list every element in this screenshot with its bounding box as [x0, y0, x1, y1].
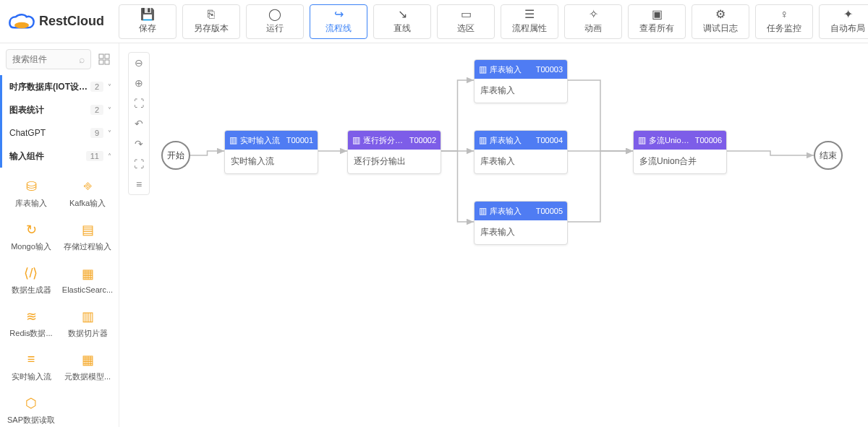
node-body: 实时输入流 — [225, 150, 318, 173]
search-input-wrap[interactable]: ⌕ — [6, 49, 91, 69]
grid-view-icon[interactable] — [95, 51, 113, 68]
toolbar-icon: ✦ — [843, 9, 853, 20]
node-header: ▥多流Union...T00006 — [634, 131, 726, 150]
toolbar-调试日志[interactable]: ⚙调试日志 — [692, 4, 749, 39]
canvas-tool-2[interactable]: ⛶ — [129, 93, 149, 113]
node-title: 多流Union... — [649, 135, 692, 146]
node-T00001[interactable]: ▥实时输入流T00001实时输入流 — [224, 130, 318, 174]
node-id: T00005 — [536, 207, 563, 215]
toolbar-保存[interactable]: 💾保存 — [119, 4, 176, 39]
toolbar-选区[interactable]: ▭选区 — [437, 4, 495, 39]
node-body: 库表输入 — [475, 220, 567, 244]
category-图表统计[interactable]: 图表统计2˅ — [0, 98, 119, 121]
toolbar-icon: ✧ — [589, 9, 598, 20]
node-T00004[interactable]: ▥库表输入T00004库表输入 — [474, 130, 568, 174]
component-SAP数据读取[interactable]: ⬡SAP数据读取 — [3, 389, 59, 427]
svg-point-0 — [14, 22, 29, 27]
node-icon: ▥ — [352, 135, 360, 145]
node-T00006[interactable]: ▥多流Union...T00006多流Union合并 — [633, 130, 727, 174]
category-label: 图表统计 — [9, 104, 90, 116]
toolbar-label: 保存 — [139, 22, 156, 35]
category-label: 输入组件 — [9, 150, 86, 163]
node-T00003[interactable]: ▥库表输入T00003库表输入 — [474, 59, 568, 103]
component-icon: ⟨/⟩ — [22, 264, 40, 282]
toolbar-label: 自动布局 — [830, 22, 865, 35]
toolbar-流程线[interactable]: ↪流程线 — [310, 4, 367, 39]
component-label: 库表输入 — [15, 198, 47, 209]
canvas-tool-0[interactable]: ⊖ — [129, 53, 149, 73]
toolbar-查看所有[interactable]: ▣查看所有 — [628, 4, 686, 39]
toolbar-自动布局[interactable]: ✦自动布局 — [819, 4, 868, 39]
category-count: 11 — [86, 151, 103, 161]
header: RestCloud 💾保存⎘另存版本◯运行↪流程线↘直线▭选区☰流程属性✧动画▣… — [0, 0, 868, 43]
node-icon: ▥ — [638, 135, 646, 145]
toolbar-icon: ♀ — [780, 9, 788, 20]
component-数据生成器[interactable]: ⟨/⟩数据生成器 — [3, 259, 59, 301]
toolbar-icon: ▣ — [652, 9, 663, 20]
toolbar-label: 流程线 — [326, 22, 352, 35]
canvas[interactable]: ⊖⊕⛶↶↷⛶≡ 开始结束▥实时输入流T00001实时输入流▥逐行拆分输...T0… — [119, 43, 868, 427]
toolbar-icon: ↘ — [398, 9, 407, 20]
toolbar-icon: ◯ — [268, 9, 281, 20]
end-node[interactable]: 结束 — [814, 141, 843, 170]
node-id: T00006 — [695, 136, 722, 145]
canvas-tool-3[interactable]: ↶ — [129, 113, 149, 134]
toolbar-直线[interactable]: ↘直线 — [373, 4, 431, 39]
category-count: 9 — [90, 128, 103, 138]
component-label: Kafka输入 — [69, 198, 106, 209]
canvas-tool-6[interactable]: ≡ — [129, 174, 149, 194]
category-ChatGPT[interactable]: ChatGPT9˅ — [0, 121, 119, 145]
node-T00005[interactable]: ▥库表输入T00005库表输入 — [474, 201, 568, 245]
category-时序数据库(IOT设备)[interactable]: 时序数据库(IOT设备)2˅ — [0, 75, 119, 98]
toolbar-label: 流程属性 — [512, 22, 547, 35]
node-title: 库表输入 — [490, 135, 533, 146]
toolbar-label: 直线 — [393, 22, 411, 35]
toolbar-icon: ⎘ — [208, 9, 215, 20]
node-T00002[interactable]: ▥逐行拆分输...T00002逐行拆分输出 — [347, 130, 441, 174]
component-icon: ≋ — [22, 308, 40, 325]
search-input[interactable] — [12, 54, 76, 64]
brand-text: RestCloud — [39, 14, 104, 29]
component-label: 元数据模型... — [64, 371, 111, 382]
chevron-icon: ˄ — [108, 152, 111, 160]
toolbar-运行[interactable]: ◯运行 — [246, 4, 304, 39]
canvas-tool-5[interactable]: ⛶ — [129, 154, 149, 174]
component-数据切片器[interactable]: ▥数据切片器 — [59, 302, 116, 344]
component-Kafka输入[interactable]: ⎆Kafka输入 — [59, 172, 116, 214]
component-icon: ▤ — [79, 221, 96, 238]
toolbar-icon: ⚙ — [715, 9, 726, 20]
toolbar-另存版本[interactable]: ⎘另存版本 — [182, 4, 240, 39]
component-icon: ⬡ — [22, 394, 40, 412]
component-库表输入[interactable]: ⛁库表输入 — [3, 172, 59, 214]
sidebar: ⌕ 时序数据库(IOT设备)2˅图表统计2˅ChatGPT9˅输入组件11˄ ⛁… — [0, 43, 119, 427]
search-icon: ⌕ — [79, 53, 85, 65]
node-title: 实时输入流 — [240, 135, 284, 146]
node-title: 库表输入 — [490, 64, 533, 75]
toolbar-label: 另存版本 — [194, 22, 229, 35]
component-实时输入流[interactable]: ≡实时输入流 — [3, 345, 59, 387]
component-Redis数据...[interactable]: ≋Redis数据... — [3, 302, 59, 344]
category-输入组件[interactable]: 输入组件11˄ — [0, 145, 119, 168]
canvas-tool-1[interactable]: ⊕ — [129, 73, 149, 93]
node-icon: ▥ — [479, 206, 487, 216]
toolbar-label: 选区 — [457, 22, 475, 35]
start-node[interactable]: 开始 — [161, 141, 190, 170]
component-存储过程输入[interactable]: ▤存储过程输入 — [59, 215, 116, 257]
component-ElasticSearc...[interactable]: ▦ElasticSearc... — [59, 259, 116, 301]
component-元数据模型...[interactable]: ▦元数据模型... — [59, 345, 116, 387]
toolbar-任务监控[interactable]: ♀任务监控 — [755, 4, 813, 39]
node-icon: ▥ — [479, 64, 487, 74]
component-label: Mongo输入 — [11, 241, 51, 252]
toolbar-icon: ▭ — [461, 9, 472, 20]
node-header: ▥实时输入流T00001 — [225, 131, 318, 150]
component-Mongo输入[interactable]: ↻Mongo输入 — [3, 215, 59, 257]
chevron-icon: ˅ — [108, 106, 111, 114]
toolbar-流程属性[interactable]: ☰流程属性 — [501, 4, 558, 39]
svg-rect-2 — [105, 54, 109, 59]
component-icon: ↻ — [22, 221, 40, 238]
toolbar-动画[interactable]: ✧动画 — [564, 4, 622, 39]
category-label: 时序数据库(IOT设备) — [9, 81, 90, 93]
node-body: 库表输入 — [475, 150, 567, 173]
canvas-tool-4[interactable]: ↷ — [129, 134, 149, 154]
toolbar: 💾保存⎘另存版本◯运行↪流程线↘直线▭选区☰流程属性✧动画▣查看所有⚙调试日志♀… — [119, 4, 868, 39]
